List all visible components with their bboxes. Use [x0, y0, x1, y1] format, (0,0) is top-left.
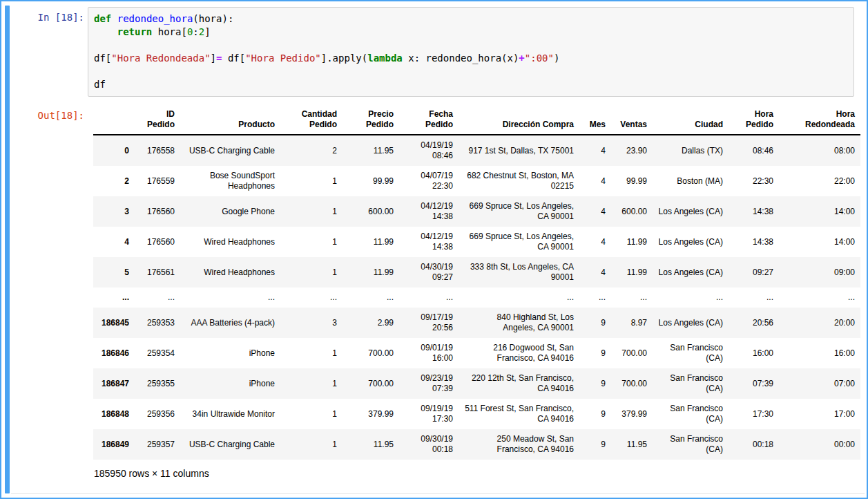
table-cell: 600.00 [611, 196, 653, 227]
notebook-area: In [18]: def redondeo_hora(hora): return… [1, 1, 867, 479]
input-cell: In [18]: def redondeo_hora(hora): return… [11, 7, 867, 97]
table-cell: 9 [579, 338, 611, 368]
table-cell: ... [653, 288, 729, 308]
table-cell: 17:30 [729, 399, 779, 429]
column-header: Hora Redondeada [779, 105, 860, 135]
table-cell: 22:00 [779, 166, 860, 196]
code-line [94, 65, 848, 78]
table-cell: 09:00 [779, 257, 860, 288]
table-cell: Dallas (TX) [653, 135, 729, 166]
table-cell: 09/30/19 00:18 [399, 429, 459, 460]
table-cell: San Francisco (CA) [653, 399, 729, 429]
table-cell: 9 [579, 399, 611, 429]
table-cell: 04/12/19 14:38 [399, 196, 459, 227]
table-cell: 259353 [135, 308, 180, 338]
table-cell: 511 Forest St, San Francisco, CA 94016 [459, 399, 579, 429]
table-cell: Wired Headphones [180, 227, 280, 257]
table-cell: San Francisco (CA) [653, 338, 729, 368]
table-cell: San Francisco (CA) [653, 429, 729, 460]
table-cell: 1 [280, 166, 343, 196]
table-cell: 669 Spruce St, Los Angeles, CA 90001 [459, 196, 579, 227]
table-cell: 11.99 [343, 227, 399, 257]
table-cell: 176559 [135, 166, 180, 196]
row-index: 186848 [93, 399, 135, 429]
column-header: Hora Pedido [729, 105, 779, 135]
table-cell: 216 Dogwood St, San Francisco, CA 94016 [459, 338, 579, 368]
table-cell: iPhone [180, 368, 280, 399]
table-cell: 259356 [135, 399, 180, 429]
table-row: 186846259354iPhone1700.0009/01/19 16:002… [93, 338, 860, 368]
table-cell: 840 Highland St, Los Angeles, CA 90001 [459, 308, 579, 338]
table-cell: 700.00 [343, 338, 399, 368]
dataframe-summary: 185950 rows × 11 columns [94, 468, 860, 479]
table-cell: 1 [280, 196, 343, 227]
table-cell: 11.99 [611, 257, 653, 288]
table-cell: 09:27 [729, 257, 779, 288]
code-editor[interactable]: def redondeo_hora(hora): return hora[0:2… [88, 7, 854, 97]
table-cell: ... [399, 288, 459, 308]
table-cell: 259357 [135, 429, 180, 460]
table-row: 186849259357USB-C Charging Cable111.9509… [93, 429, 860, 460]
column-header: Producto [180, 105, 280, 135]
output-cell: Out[18]: ID PedidoProductoCantidad Pedid… [11, 105, 867, 479]
table-cell: Bose SoundSport Headphones [180, 166, 280, 196]
table-cell: 09/23/19 07:39 [399, 368, 459, 399]
table-cell: 4 [579, 135, 611, 166]
input-prompt: In [18]: [11, 7, 84, 23]
table-cell: Los Angeles (CA) [653, 257, 729, 288]
table-cell: 14:00 [779, 196, 860, 227]
table-cell: ... [180, 288, 280, 308]
table-cell: 9 [579, 368, 611, 399]
column-header: Cantidad Pedido [280, 105, 343, 135]
row-index: 186846 [93, 338, 135, 368]
table-cell: 700.00 [611, 338, 653, 368]
dataframe-output: ID PedidoProductoCantidad PedidoPrecio P… [93, 105, 860, 479]
table-cell: 176560 [135, 196, 180, 227]
table-cell: 09/19/19 17:30 [399, 399, 459, 429]
table-cell: 17:00 [779, 399, 860, 429]
table-cell: 176561 [135, 257, 180, 288]
table-cell: 04/30/19 09:27 [399, 257, 459, 288]
table-cell: USB-C Charging Cable [180, 135, 280, 166]
table-cell: 00:00 [779, 429, 860, 460]
table-cell: 1 [280, 429, 343, 460]
table-cell: 4 [579, 257, 611, 288]
column-header: ID Pedido [135, 105, 180, 135]
index-header [93, 105, 135, 135]
table-cell: 700.00 [611, 368, 653, 399]
table-cell: 1 [280, 338, 343, 368]
code-line: return hora[0:2] [94, 26, 848, 39]
table-cell: 04/07/19 22:30 [399, 166, 459, 196]
table-cell: 11.99 [343, 257, 399, 288]
table-cell: San Francisco (CA) [653, 368, 729, 399]
table-row: .................................... [93, 288, 860, 308]
table-row: 0176558USB-C Charging Cable211.9504/19/1… [93, 135, 860, 166]
table-cell: Wired Headphones [180, 257, 280, 288]
table-cell: 3 [280, 308, 343, 338]
table-cell: 34in Ultrawide Monitor [180, 399, 280, 429]
table-cell: 259354 [135, 338, 180, 368]
table-cell: 99.99 [343, 166, 399, 196]
jupyter-notebook: { "cell": { "input_prompt": "In [18]:", … [0, 0, 868, 499]
row-index: 186849 [93, 429, 135, 460]
table-cell: 2 [280, 135, 343, 166]
table-cell: 176560 [135, 227, 180, 257]
table-cell: 08:00 [779, 135, 860, 166]
table-cell: Los Angeles (CA) [653, 227, 729, 257]
column-header: Precio Pedido [343, 105, 399, 135]
table-cell: 14:38 [729, 227, 779, 257]
table-cell: 379.99 [343, 399, 399, 429]
table-header-row: ID PedidoProductoCantidad PedidoPrecio P… [93, 105, 860, 135]
table-cell: 09/01/19 16:00 [399, 338, 459, 368]
row-index: 186847 [93, 368, 135, 399]
table-cell: 700.00 [343, 368, 399, 399]
table-cell: 07:00 [779, 368, 860, 399]
column-header: Dirección Compra [459, 105, 579, 135]
code-line: def redondeo_hora(hora): [94, 12, 848, 26]
table-cell: ... [135, 288, 180, 308]
table-cell: 250 Meadow St, San Francisco, CA 94016 [459, 429, 579, 460]
table-cell: 20:00 [779, 308, 860, 338]
row-index: ... [93, 288, 135, 308]
table-cell: 600.00 [343, 196, 399, 227]
table-row: 3176560Google Phone1600.0004/12/19 14:38… [93, 196, 860, 227]
